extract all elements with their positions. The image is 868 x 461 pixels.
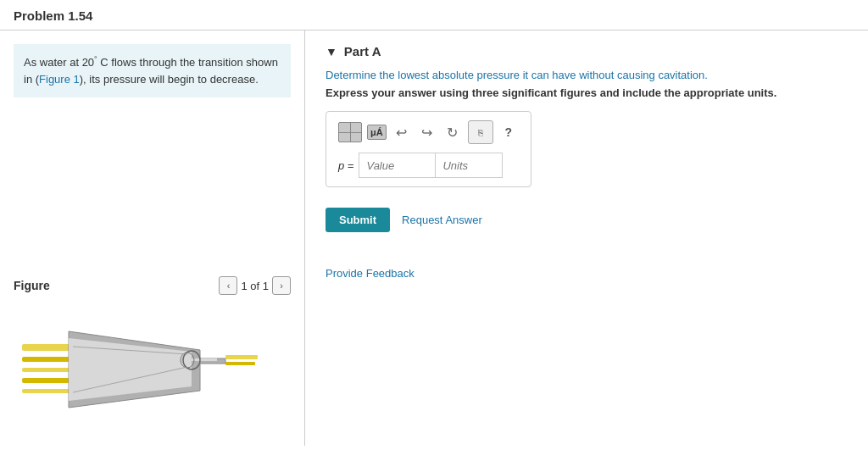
actions-row: Submit Request Answer [326,208,848,232]
svg-rect-3 [22,378,73,383]
figure-section: Figure ‹ 1 of 1 › [0,268,304,446]
figure-nav: ‹ 1 of 1 › [219,276,291,295]
refresh-button[interactable]: ↻ [442,122,463,142]
nozzle-illustration [22,314,259,425]
p-label: p = [338,159,353,172]
help-button[interactable]: ? [498,122,519,142]
right-panel: ▼ Part A Determine the lowest absolute p… [305,31,868,446]
problem-text-box: As water at 20° C flows through the tran… [14,44,291,97]
next-figure-button[interactable]: › [272,276,291,295]
units-input[interactable] [435,153,503,178]
problem-title: Problem 1.54 [0,0,868,31]
value-input[interactable] [359,153,435,178]
input-row: p = [338,153,519,178]
toolbar: μÁ ↩ ↪ ↻ ⎘ ? [338,120,519,144]
part-collapse-icon[interactable]: ▼ [326,45,337,58]
left-panel: As water at 20° C flows through the tran… [0,31,305,446]
figure-count: 1 of 1 [241,280,269,292]
problem-title-text: Problem 1.54 [14,8,92,23]
answer-box: μÁ ↩ ↪ ↻ ⎘ ? p = [326,111,531,187]
instruction-text: Express your answer using three signific… [326,86,848,99]
figure-image [14,302,291,437]
redo-button[interactable]: ↪ [417,122,437,142]
svg-rect-8 [225,362,255,365]
undo-button[interactable]: ↩ [392,122,412,142]
submit-button[interactable]: Submit [326,208,390,232]
figure-header: Figure ‹ 1 of 1 › [14,276,291,295]
keyboard-button[interactable]: ⎘ [468,120,493,144]
mu-button[interactable]: μÁ [367,125,387,140]
grid-icon[interactable] [338,122,362,142]
prev-figure-button[interactable]: ‹ [219,276,237,295]
part-header: ▼ Part A [326,44,848,58]
main-layout: As water at 20° C flows through the tran… [0,31,868,446]
figure-link[interactable]: Figure 1 [39,73,80,86]
request-answer-link[interactable]: Request Answer [402,214,482,226]
part-title: Part A [344,44,381,58]
figure-title: Figure [14,279,212,292]
svg-rect-7 [225,355,258,359]
provide-feedback-link[interactable]: Provide Feedback [326,267,415,280]
question-text: Determine the lowest absolute pressure i… [326,69,848,81]
